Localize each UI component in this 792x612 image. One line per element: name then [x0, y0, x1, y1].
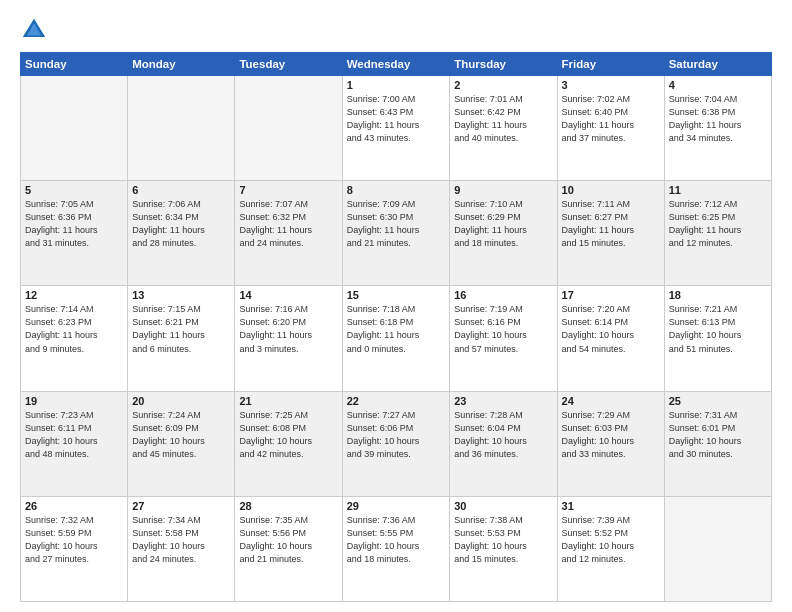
- calendar-day-cell: 10Sunrise: 7:11 AM Sunset: 6:27 PM Dayli…: [557, 181, 664, 286]
- day-number: 13: [132, 289, 230, 301]
- day-info: Sunrise: 7:36 AM Sunset: 5:55 PM Dayligh…: [347, 514, 446, 566]
- calendar-day-cell: 26Sunrise: 7:32 AM Sunset: 5:59 PM Dayli…: [21, 496, 128, 601]
- day-info: Sunrise: 7:23 AM Sunset: 6:11 PM Dayligh…: [25, 409, 123, 461]
- day-number: 25: [669, 395, 767, 407]
- day-info: Sunrise: 7:27 AM Sunset: 6:06 PM Dayligh…: [347, 409, 446, 461]
- calendar-week-row: 12Sunrise: 7:14 AM Sunset: 6:23 PM Dayli…: [21, 286, 772, 391]
- day-number: 29: [347, 500, 446, 512]
- calendar-day-cell: 13Sunrise: 7:15 AM Sunset: 6:21 PM Dayli…: [128, 286, 235, 391]
- day-info: Sunrise: 7:05 AM Sunset: 6:36 PM Dayligh…: [25, 198, 123, 250]
- day-info: Sunrise: 7:21 AM Sunset: 6:13 PM Dayligh…: [669, 303, 767, 355]
- day-info: Sunrise: 7:20 AM Sunset: 6:14 PM Dayligh…: [562, 303, 660, 355]
- calendar-day-cell: 6Sunrise: 7:06 AM Sunset: 6:34 PM Daylig…: [128, 181, 235, 286]
- day-number: 23: [454, 395, 552, 407]
- weekday-header: Saturday: [664, 53, 771, 76]
- weekday-header: Monday: [128, 53, 235, 76]
- day-number: 19: [25, 395, 123, 407]
- day-number: 28: [239, 500, 337, 512]
- day-number: 9: [454, 184, 552, 196]
- logo-icon: [20, 16, 48, 44]
- weekday-header: Thursday: [450, 53, 557, 76]
- day-number: 11: [669, 184, 767, 196]
- calendar-week-row: 26Sunrise: 7:32 AM Sunset: 5:59 PM Dayli…: [21, 496, 772, 601]
- calendar-week-row: 19Sunrise: 7:23 AM Sunset: 6:11 PM Dayli…: [21, 391, 772, 496]
- day-number: 26: [25, 500, 123, 512]
- calendar-day-cell: 11Sunrise: 7:12 AM Sunset: 6:25 PM Dayli…: [664, 181, 771, 286]
- calendar-day-cell: 25Sunrise: 7:31 AM Sunset: 6:01 PM Dayli…: [664, 391, 771, 496]
- calendar-day-cell: 15Sunrise: 7:18 AM Sunset: 6:18 PM Dayli…: [342, 286, 450, 391]
- day-info: Sunrise: 7:12 AM Sunset: 6:25 PM Dayligh…: [669, 198, 767, 250]
- calendar-day-cell: [21, 76, 128, 181]
- day-number: 24: [562, 395, 660, 407]
- day-info: Sunrise: 7:29 AM Sunset: 6:03 PM Dayligh…: [562, 409, 660, 461]
- day-info: Sunrise: 7:16 AM Sunset: 6:20 PM Dayligh…: [239, 303, 337, 355]
- calendar-day-cell: 1Sunrise: 7:00 AM Sunset: 6:43 PM Daylig…: [342, 76, 450, 181]
- day-number: 12: [25, 289, 123, 301]
- weekday-header: Tuesday: [235, 53, 342, 76]
- day-number: 2: [454, 79, 552, 91]
- calendar-day-cell: [128, 76, 235, 181]
- calendar-day-cell: 20Sunrise: 7:24 AM Sunset: 6:09 PM Dayli…: [128, 391, 235, 496]
- day-number: 22: [347, 395, 446, 407]
- calendar-day-cell: 21Sunrise: 7:25 AM Sunset: 6:08 PM Dayli…: [235, 391, 342, 496]
- calendar-day-cell: 28Sunrise: 7:35 AM Sunset: 5:56 PM Dayli…: [235, 496, 342, 601]
- day-info: Sunrise: 7:38 AM Sunset: 5:53 PM Dayligh…: [454, 514, 552, 566]
- day-number: 3: [562, 79, 660, 91]
- day-info: Sunrise: 7:15 AM Sunset: 6:21 PM Dayligh…: [132, 303, 230, 355]
- calendar-header-row: SundayMondayTuesdayWednesdayThursdayFrid…: [21, 53, 772, 76]
- day-info: Sunrise: 7:14 AM Sunset: 6:23 PM Dayligh…: [25, 303, 123, 355]
- calendar-day-cell: 18Sunrise: 7:21 AM Sunset: 6:13 PM Dayli…: [664, 286, 771, 391]
- day-number: 27: [132, 500, 230, 512]
- day-info: Sunrise: 7:19 AM Sunset: 6:16 PM Dayligh…: [454, 303, 552, 355]
- day-number: 5: [25, 184, 123, 196]
- day-number: 6: [132, 184, 230, 196]
- calendar-day-cell: 19Sunrise: 7:23 AM Sunset: 6:11 PM Dayli…: [21, 391, 128, 496]
- weekday-header: Friday: [557, 53, 664, 76]
- calendar-day-cell: 24Sunrise: 7:29 AM Sunset: 6:03 PM Dayli…: [557, 391, 664, 496]
- day-number: 10: [562, 184, 660, 196]
- day-info: Sunrise: 7:35 AM Sunset: 5:56 PM Dayligh…: [239, 514, 337, 566]
- calendar-day-cell: 7Sunrise: 7:07 AM Sunset: 6:32 PM Daylig…: [235, 181, 342, 286]
- calendar-day-cell: 8Sunrise: 7:09 AM Sunset: 6:30 PM Daylig…: [342, 181, 450, 286]
- day-info: Sunrise: 7:11 AM Sunset: 6:27 PM Dayligh…: [562, 198, 660, 250]
- day-info: Sunrise: 7:09 AM Sunset: 6:30 PM Dayligh…: [347, 198, 446, 250]
- day-number: 17: [562, 289, 660, 301]
- calendar-day-cell: 23Sunrise: 7:28 AM Sunset: 6:04 PM Dayli…: [450, 391, 557, 496]
- day-info: Sunrise: 7:34 AM Sunset: 5:58 PM Dayligh…: [132, 514, 230, 566]
- calendar-table: SundayMondayTuesdayWednesdayThursdayFrid…: [20, 52, 772, 602]
- day-number: 16: [454, 289, 552, 301]
- day-number: 30: [454, 500, 552, 512]
- day-info: Sunrise: 7:04 AM Sunset: 6:38 PM Dayligh…: [669, 93, 767, 145]
- calendar-day-cell: 14Sunrise: 7:16 AM Sunset: 6:20 PM Dayli…: [235, 286, 342, 391]
- day-info: Sunrise: 7:32 AM Sunset: 5:59 PM Dayligh…: [25, 514, 123, 566]
- day-info: Sunrise: 7:25 AM Sunset: 6:08 PM Dayligh…: [239, 409, 337, 461]
- day-number: 20: [132, 395, 230, 407]
- day-number: 8: [347, 184, 446, 196]
- calendar-week-row: 1Sunrise: 7:00 AM Sunset: 6:43 PM Daylig…: [21, 76, 772, 181]
- calendar-day-cell: 5Sunrise: 7:05 AM Sunset: 6:36 PM Daylig…: [21, 181, 128, 286]
- day-number: 31: [562, 500, 660, 512]
- day-info: Sunrise: 7:28 AM Sunset: 6:04 PM Dayligh…: [454, 409, 552, 461]
- day-info: Sunrise: 7:18 AM Sunset: 6:18 PM Dayligh…: [347, 303, 446, 355]
- calendar-week-row: 5Sunrise: 7:05 AM Sunset: 6:36 PM Daylig…: [21, 181, 772, 286]
- day-number: 1: [347, 79, 446, 91]
- calendar-day-cell: 22Sunrise: 7:27 AM Sunset: 6:06 PM Dayli…: [342, 391, 450, 496]
- page: SundayMondayTuesdayWednesdayThursdayFrid…: [0, 0, 792, 612]
- logo: [20, 16, 52, 44]
- header: [20, 16, 772, 44]
- weekday-header: Sunday: [21, 53, 128, 76]
- calendar-day-cell: 30Sunrise: 7:38 AM Sunset: 5:53 PM Dayli…: [450, 496, 557, 601]
- calendar-day-cell: 27Sunrise: 7:34 AM Sunset: 5:58 PM Dayli…: [128, 496, 235, 601]
- weekday-header: Wednesday: [342, 53, 450, 76]
- day-number: 7: [239, 184, 337, 196]
- calendar-day-cell: 3Sunrise: 7:02 AM Sunset: 6:40 PM Daylig…: [557, 76, 664, 181]
- day-info: Sunrise: 7:24 AM Sunset: 6:09 PM Dayligh…: [132, 409, 230, 461]
- calendar-day-cell: 2Sunrise: 7:01 AM Sunset: 6:42 PM Daylig…: [450, 76, 557, 181]
- day-number: 4: [669, 79, 767, 91]
- calendar-day-cell: 16Sunrise: 7:19 AM Sunset: 6:16 PM Dayli…: [450, 286, 557, 391]
- day-info: Sunrise: 7:31 AM Sunset: 6:01 PM Dayligh…: [669, 409, 767, 461]
- calendar-day-cell: 31Sunrise: 7:39 AM Sunset: 5:52 PM Dayli…: [557, 496, 664, 601]
- day-info: Sunrise: 7:06 AM Sunset: 6:34 PM Dayligh…: [132, 198, 230, 250]
- calendar-day-cell: 29Sunrise: 7:36 AM Sunset: 5:55 PM Dayli…: [342, 496, 450, 601]
- day-info: Sunrise: 7:01 AM Sunset: 6:42 PM Dayligh…: [454, 93, 552, 145]
